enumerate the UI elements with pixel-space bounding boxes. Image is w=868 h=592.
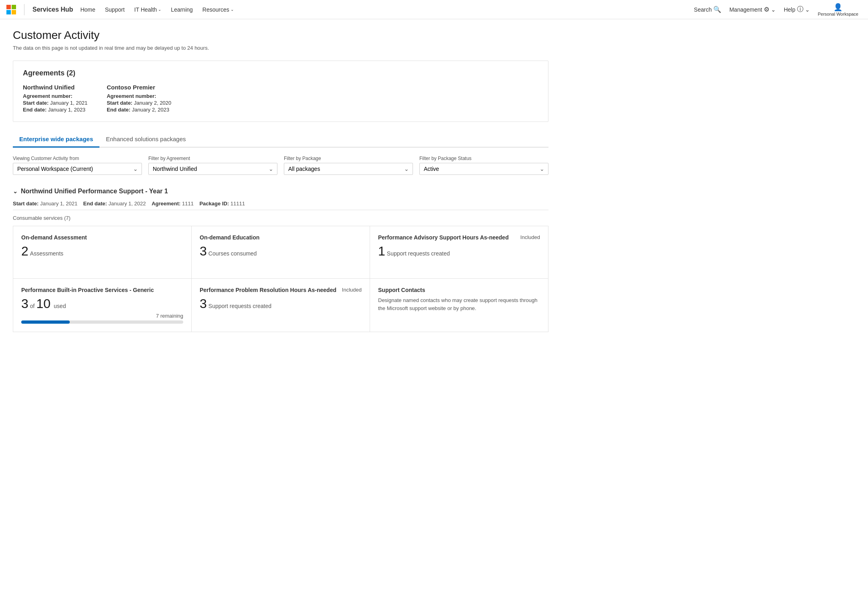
- filter-agreement-label: Filter by Agreement: [148, 156, 277, 161]
- card-body-3: 3 of 10 used: [21, 296, 183, 311]
- package-title: Northwind Unified Performance Support - …: [21, 188, 168, 195]
- card-count-4: 3: [200, 296, 207, 311]
- nav-right: Search 🔍 Management ⚙ ⌄ Help ⓘ ⌄ 👤 Perso…: [691, 0, 862, 19]
- help-chevron: ⌄: [805, 6, 810, 13]
- user-icon: 👤: [834, 3, 842, 12]
- card-support-contacts: Support Contacts Designate named contact…: [370, 279, 548, 332]
- agreement-name-1: Contoso Premier: [107, 84, 171, 91]
- management-button[interactable]: Management ⚙ ⌄: [726, 0, 779, 19]
- nav-home[interactable]: Home: [76, 0, 99, 19]
- card-title-2: Performance Advisory Support Hours As-ne…: [378, 234, 540, 241]
- page-title: Customer Activity: [13, 29, 548, 42]
- nav-links: Home Support IT Health ⌄ Learning Resour…: [76, 0, 237, 19]
- nav-support[interactable]: Support: [101, 0, 129, 19]
- personal-workspace-button[interactable]: 👤 Personal Workspace: [815, 3, 862, 16]
- svg-rect-3: [12, 10, 16, 14]
- consumable-label: Consumable services (7): [13, 215, 548, 221]
- card-count-label-4: Support requests created: [208, 303, 271, 309]
- card-title-3: Performance Built-in Proactive Services …: [21, 287, 183, 293]
- help-button[interactable]: Help ⓘ ⌄: [781, 0, 813, 19]
- progress-bar-fill-3: [21, 320, 70, 324]
- filter-viewing-label: Viewing Customer Activity from: [13, 156, 142, 161]
- package-section: ⌄ Northwind Unified Performance Support …: [13, 184, 548, 332]
- progress-bar-bg-3: [21, 320, 183, 324]
- brand-area: Services Hub: [6, 4, 73, 15]
- card-title-1: On-demand Education: [200, 234, 362, 241]
- end-date-row-1: End date: January 2, 2023: [107, 107, 171, 113]
- filter-agreement-wrapper: Northwind Unified: [148, 163, 277, 175]
- filter-status: Filter by Package Status Active: [419, 156, 548, 175]
- card-count-0: 2: [21, 244, 28, 259]
- svg-rect-0: [6, 5, 11, 9]
- filter-agreement: Filter by Agreement Northwind Unified: [148, 156, 277, 175]
- tab-bar: Enterprise wide packages Enhanced soluti…: [13, 132, 548, 148]
- package-meta: Start date: January 1, 2021 End date: Ja…: [13, 201, 548, 210]
- personal-workspace-label: Personal Workspace: [818, 12, 858, 16]
- management-chevron: ⌄: [771, 6, 776, 13]
- search-icon: 🔍: [713, 6, 721, 13]
- microsoft-logo: [6, 5, 16, 14]
- filter-package-wrapper: All packages: [284, 163, 413, 175]
- card-title-5: Support Contacts: [378, 287, 540, 293]
- card-body-2: 1 Support requests created: [378, 244, 540, 259]
- filter-agreement-select[interactable]: Northwind Unified: [148, 163, 277, 175]
- page-container: Customer Activity The data on this page …: [0, 19, 561, 351]
- search-button[interactable]: Search 🔍: [691, 0, 724, 19]
- card-desc-5: Designate named contacts who may create …: [378, 296, 540, 312]
- tab-enhanced-solutions[interactable]: Enhanced solutions packages: [99, 132, 192, 148]
- start-date-row-1: Start date: January 2, 2020: [107, 100, 171, 106]
- filters-row: Viewing Customer Activity from Personal …: [13, 156, 548, 175]
- filter-viewing-select[interactable]: Personal Workspace (Current): [13, 163, 142, 175]
- progress-row-3: 7 remaining: [21, 313, 183, 324]
- card-performance-builtin: Performance Built-in Proactive Services …: [13, 279, 191, 332]
- service-cards-grid: On-demand Assessment 2 Assessments On-de…: [13, 226, 548, 332]
- card-on-demand-assessment: On-demand Assessment 2 Assessments: [13, 226, 191, 278]
- help-label: Help: [784, 6, 795, 13]
- card-count-2: 1: [378, 244, 385, 259]
- filter-package-label: Filter by Package: [284, 156, 413, 161]
- resources-chevron: ⌄: [231, 7, 234, 12]
- agreement-item-0: Northwind Unified Agreement number: Star…: [23, 84, 87, 114]
- package-header: ⌄ Northwind Unified Performance Support …: [13, 184, 548, 198]
- agreement-number-row-0: Agreement number:: [23, 93, 87, 99]
- nav-learning[interactable]: Learning: [167, 0, 197, 19]
- filter-viewing-wrapper: Personal Workspace (Current): [13, 163, 142, 175]
- package-collapse-chevron[interactable]: ⌄: [13, 188, 18, 195]
- card-on-demand-education: On-demand Education 3 Courses consumed: [192, 226, 370, 278]
- it-health-chevron: ⌄: [158, 7, 161, 12]
- card-performance-problem: Performance Problem Resolution Hours As-…: [192, 279, 370, 332]
- agreement-name-0: Northwind Unified: [23, 84, 87, 91]
- card-count-of-3: of: [30, 303, 35, 309]
- filter-status-select[interactable]: Active: [419, 163, 548, 175]
- card-count-1: 3: [200, 244, 207, 259]
- card-body-0: 2 Assessments: [21, 244, 183, 259]
- filter-package: Filter by Package All packages: [284, 156, 413, 175]
- svg-rect-2: [6, 10, 11, 14]
- remaining-label-3: 7 remaining: [156, 313, 183, 319]
- card-count-label-2: Support requests created: [387, 250, 450, 257]
- card-title-0: On-demand Assessment: [21, 234, 183, 241]
- start-date-row-0: Start date: January 1, 2021: [23, 100, 87, 106]
- tab-enterprise-wide[interactable]: Enterprise wide packages: [13, 132, 99, 148]
- card-count-label-1: Courses consumed: [208, 250, 257, 257]
- search-label: Search: [694, 6, 712, 13]
- nav-it-health[interactable]: IT Health ⌄: [130, 0, 166, 19]
- card-badge-4: Included: [342, 287, 362, 293]
- card-count-label-0: Assessments: [30, 250, 63, 257]
- management-label: Management: [729, 6, 762, 13]
- svg-rect-1: [12, 5, 16, 9]
- card-count-label-3: used: [54, 303, 66, 309]
- filter-package-select[interactable]: All packages: [284, 163, 413, 175]
- nav-resources[interactable]: Resources ⌄: [198, 0, 238, 19]
- filter-viewing: Viewing Customer Activity from Personal …: [13, 156, 142, 175]
- agreement-number-row-1: Agreement number:: [107, 93, 171, 99]
- filter-status-wrapper: Active: [419, 163, 548, 175]
- end-date-row-0: End date: January 1, 2023: [23, 107, 87, 113]
- page-subtitle: The data on this page is not updated in …: [13, 45, 548, 51]
- card-body-4: 3 Support requests created: [200, 296, 362, 311]
- agreements-section: Agreements (2) Northwind Unified Agreeme…: [13, 61, 548, 122]
- agreement-item-1: Contoso Premier Agreement number: Start …: [107, 84, 171, 114]
- agreements-grid: Northwind Unified Agreement number: Star…: [23, 84, 538, 114]
- card-performance-advisory: Performance Advisory Support Hours As-ne…: [370, 226, 548, 278]
- card-title-4: Performance Problem Resolution Hours As-…: [200, 287, 362, 293]
